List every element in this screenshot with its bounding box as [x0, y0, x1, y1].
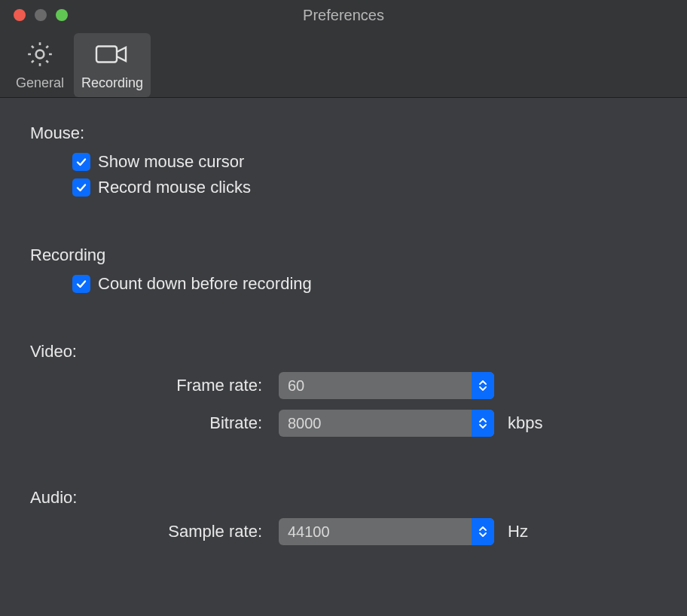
- framerate-value: 60: [288, 377, 304, 395]
- framerate-select[interactable]: 60: [279, 372, 494, 399]
- tab-general[interactable]: General: [6, 33, 74, 97]
- samplerate-row: Sample rate: 44100 Hz: [30, 518, 657, 545]
- updown-icon: [472, 518, 494, 545]
- titlebar: Preferences: [0, 0, 687, 30]
- countdown-label: Count down before recording: [98, 274, 312, 294]
- bitrate-row: Bitrate: 8000 kbps: [30, 410, 657, 437]
- checkbox-checked-icon: [72, 153, 90, 171]
- show-cursor-label: Show mouse cursor: [98, 152, 244, 172]
- window-title: Preferences: [0, 7, 687, 24]
- bitrate-unit: kbps: [508, 413, 542, 433]
- samplerate-value: 44100: [288, 523, 330, 541]
- section-recording-label: Recording: [30, 245, 657, 265]
- samplerate-label: Sample rate:: [30, 522, 279, 541]
- tab-recording[interactable]: Recording: [74, 33, 151, 97]
- show-cursor-checkbox-row[interactable]: Show mouse cursor: [72, 152, 657, 172]
- framerate-label: Frame rate:: [30, 376, 279, 395]
- countdown-checkbox-row[interactable]: Count down before recording: [72, 274, 657, 294]
- video-camera-icon: [94, 39, 130, 72]
- updown-icon: [472, 410, 494, 437]
- window-controls: [14, 9, 68, 21]
- section-mouse-label: Mouse:: [30, 124, 657, 143]
- svg-rect-1: [96, 47, 117, 63]
- tab-general-label: General: [16, 75, 64, 91]
- close-window-button[interactable]: [14, 9, 26, 21]
- updown-icon: [472, 372, 494, 399]
- svg-point-0: [36, 50, 44, 59]
- section-audio-label: Audio:: [30, 488, 657, 508]
- content-pane: Mouse: Show mouse cursor Record mouse cl…: [0, 98, 687, 616]
- samplerate-select[interactable]: 44100: [279, 518, 494, 545]
- record-clicks-checkbox-row[interactable]: Record mouse clicks: [72, 178, 657, 197]
- tab-recording-label: Recording: [81, 75, 143, 91]
- checkbox-checked-icon: [72, 178, 90, 197]
- samplerate-unit: Hz: [508, 522, 528, 541]
- record-clicks-label: Record mouse clicks: [98, 178, 251, 197]
- gear-icon: [25, 39, 55, 72]
- bitrate-value: 8000: [288, 415, 322, 432]
- toolbar: General Recording: [0, 30, 687, 98]
- section-video-label: Video:: [30, 342, 657, 361]
- preferences-window: Preferences General Recording Mouse:: [0, 0, 687, 616]
- checkbox-checked-icon: [72, 275, 90, 293]
- minimize-window-button[interactable]: [35, 9, 47, 21]
- zoom-window-button[interactable]: [56, 9, 68, 21]
- bitrate-select[interactable]: 8000: [279, 410, 494, 437]
- bitrate-label: Bitrate:: [30, 413, 279, 433]
- framerate-row: Frame rate: 60: [30, 372, 657, 399]
